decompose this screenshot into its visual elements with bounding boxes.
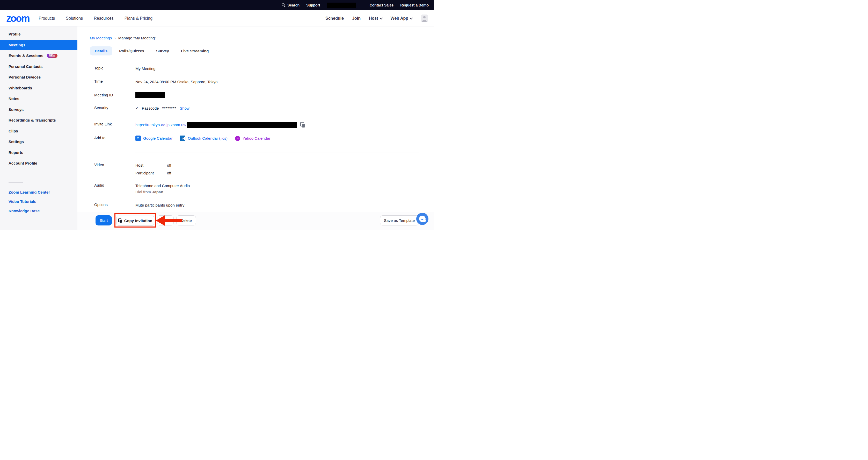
sidebar-item-meetings[interactable]: Meetings	[0, 40, 78, 51]
meeting-id-row: Meeting ID	[90, 92, 434, 98]
dial-from-label: Dial from	[135, 190, 151, 194]
add-to-label: Add to	[90, 136, 135, 140]
redacted-meeting-id	[135, 92, 165, 98]
passcode-mask: ********	[162, 106, 177, 111]
host-video-value: off	[167, 163, 171, 168]
dial-country: Japan	[152, 190, 163, 194]
tab-survey[interactable]: Survey	[156, 47, 169, 55]
sidebar-item-recordings[interactable]: Recordings & Transcripts	[0, 115, 78, 126]
search-button[interactable]: Search	[281, 3, 300, 7]
topbar-divider	[363, 3, 363, 7]
sidebar-item-label: Events & Sessions	[8, 53, 43, 58]
outlook-calendar-link[interactable]: o Outlook Calendar (.ics)	[180, 136, 227, 141]
primary-nav: Products Solutions Resources Plans & Pri…	[38, 16, 153, 21]
web-app-menu[interactable]: Web App	[391, 16, 412, 21]
zoom-logo[interactable]: zoom	[6, 13, 29, 23]
host-menu[interactable]: Host	[369, 16, 382, 21]
header-actions: Schedule Join Host Web App	[326, 15, 434, 22]
link-zoom-learning-center[interactable]: Zoom Learning Center	[0, 188, 78, 197]
start-button[interactable]: Start	[95, 215, 112, 226]
contact-sales-link[interactable]: Contact Sales	[370, 3, 394, 7]
yahoo-calendar-link[interactable]: Y! Yahoo Calendar	[235, 136, 270, 141]
redacted-invite-url	[187, 122, 297, 128]
sidebar-item-personal-contacts[interactable]: Personal Contacts	[0, 61, 78, 72]
copy-link-icon[interactable]	[300, 122, 305, 128]
chat-support-button[interactable]	[416, 213, 428, 225]
video-row: Video Host off Participant off	[90, 163, 434, 176]
sidebar-help-links: Zoom Learning Center Video Tutorials Kno…	[0, 188, 78, 215]
main-content: My Meetings › Manage "My Meeting" Detail…	[78, 26, 434, 230]
host-label: Host	[135, 163, 167, 168]
options-row: Options Mute participants upon entry	[90, 202, 434, 208]
breadcrumb-my-meetings[interactable]: My Meetings	[90, 36, 112, 40]
sidebar-item-clips[interactable]: Clips	[0, 126, 78, 137]
search-label: Search	[287, 3, 300, 7]
security-row: Security ✓ Passcode ******** Show	[90, 106, 434, 111]
join-link[interactable]: Join	[352, 16, 361, 21]
nav-resources[interactable]: Resources	[94, 16, 114, 21]
copy-invitation-label: Copy Invitation	[124, 219, 152, 223]
topic-row: Topic My Meeting	[90, 66, 434, 71]
audio-label: Audio	[90, 183, 135, 188]
options-value: Mute participants upon entry	[135, 202, 184, 208]
link-video-tutorials[interactable]: Video Tutorials	[0, 197, 78, 206]
nav-products[interactable]: Products	[38, 16, 55, 21]
sidebar-item-reports[interactable]: Reports	[0, 147, 78, 158]
invite-link-label: Invite Link	[90, 122, 135, 126]
topic-value: My Meeting	[135, 66, 156, 71]
main-header: zoom Products Solutions Resources Plans …	[0, 10, 434, 26]
outlook-calendar-label: Outlook Calendar (.ics)	[188, 136, 227, 141]
web-app-label: Web App	[391, 16, 408, 21]
sidebar-divider	[8, 182, 23, 183]
sidebar-item-settings[interactable]: Settings	[0, 136, 78, 147]
options-label: Options	[90, 202, 135, 207]
meeting-details: Topic My Meeting Time Nov 24, 2024 08:00…	[90, 66, 434, 208]
copy-invitation-button[interactable]: Copy Invitation	[116, 215, 154, 226]
participant-label: Participant	[135, 170, 167, 176]
link-knowledge-base[interactable]: Knowledge Base	[0, 206, 78, 215]
sidebar-item-profile[interactable]: Profile	[0, 29, 78, 40]
audio-row: Audio Telephone and Computer Audio Dial …	[90, 183, 434, 195]
support-link[interactable]: Support	[306, 3, 320, 7]
avatar-person-icon	[422, 20, 427, 22]
edit-button[interactable]: Edit	[157, 215, 174, 226]
invite-url[interactable]: https://u-tokyo-ac-jp.zoom.us/	[135, 122, 186, 127]
save-as-template-button[interactable]: Save as Template	[380, 215, 418, 226]
host-label: Host	[369, 16, 378, 21]
redacted-account-name	[327, 3, 356, 8]
tab-live-streaming[interactable]: Live Streaming	[181, 47, 209, 55]
sidebar: Profile Meetings Events & Sessions NEW P…	[0, 26, 78, 230]
time-label: Time	[90, 79, 135, 83]
avatar-person-icon	[423, 16, 426, 19]
topic-label: Topic	[90, 66, 135, 70]
sidebar-item-personal-devices[interactable]: Personal Devices	[0, 72, 78, 83]
request-demo-link[interactable]: Request a Demo	[400, 3, 429, 7]
sidebar-item-whiteboards[interactable]: Whiteboards	[0, 83, 78, 93]
delete-button[interactable]: Delete	[176, 215, 196, 226]
google-calendar-link[interactable]: 31 Google Calendar	[135, 136, 173, 141]
yahoo-calendar-icon: Y!	[235, 136, 240, 141]
add-to-row: Add to 31 Google Calendar o Outlook Cale…	[90, 136, 434, 141]
meeting-tabs: Details Polls/Quizzes Survey Live Stream…	[90, 47, 434, 55]
checkmark-icon: ✓	[135, 106, 138, 111]
sidebar-item-events-sessions[interactable]: Events & Sessions NEW	[0, 50, 78, 61]
outlook-calendar-icon: o	[180, 136, 185, 141]
nav-solutions[interactable]: Solutions	[66, 16, 83, 21]
section-divider	[135, 152, 418, 152]
schedule-link[interactable]: Schedule	[326, 16, 344, 21]
nav-plans-pricing[interactable]: Plans & Pricing	[125, 16, 153, 21]
security-label: Security	[90, 106, 135, 110]
invite-link-row: Invite Link https://u-tokyo-ac-jp.zoom.u…	[90, 122, 434, 128]
sidebar-item-notes[interactable]: Notes	[0, 93, 78, 104]
tab-polls-quizzes[interactable]: Polls/Quizzes	[119, 47, 144, 55]
top-utility-bar: Search Support Contact Sales Request a D…	[0, 0, 434, 10]
breadcrumb-separator-icon: ›	[115, 36, 116, 40]
action-footer: Start Copy Invitation Edit Delete Save a…	[78, 212, 434, 230]
show-passcode-link[interactable]: Show	[180, 106, 189, 111]
tab-details[interactable]: Details	[90, 47, 112, 55]
audio-value: Telephone and Computer Audio	[135, 183, 190, 189]
avatar[interactable]	[421, 15, 428, 22]
sidebar-item-account-profile[interactable]: Account Profile	[0, 158, 78, 169]
sidebar-item-surveys[interactable]: Surveys	[0, 104, 78, 115]
breadcrumb: My Meetings › Manage "My Meeting"	[90, 36, 434, 40]
